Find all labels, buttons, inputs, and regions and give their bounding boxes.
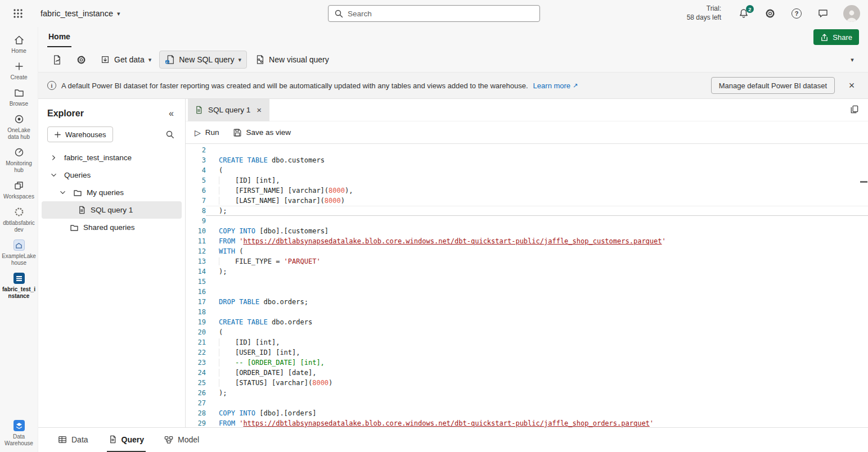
warehouse-settings-button[interactable] [70, 51, 92, 69]
code-line[interactable]: 18 [186, 307, 868, 317]
ribbon-tab-home[interactable]: Home [47, 27, 71, 47]
add-warehouses-button[interactable]: Warehouses [47, 126, 113, 142]
query-tab-sql-query-1[interactable]: SQL query 1 × [188, 99, 269, 121]
code-line[interactable]: 8); [186, 206, 868, 216]
line-content: [LAST_NAME] [varchar](8000) [206, 196, 868, 206]
code-line[interactable]: 21 [ID] [int], [186, 337, 868, 347]
share-button[interactable]: Share [813, 29, 859, 45]
global-search[interactable] [328, 5, 540, 22]
code-line[interactable]: 26); [186, 388, 868, 398]
rail-item-data-warehouse[interactable]: Data Warehouse [1, 419, 37, 448]
collapse-panel-icon[interactable]: « [165, 107, 177, 120]
code-line[interactable]: 5 [ID] [int], [186, 175, 868, 186]
settings-button[interactable] [764, 7, 776, 20]
explorer-search-button[interactable] [163, 127, 177, 142]
line-number: 8 [186, 206, 206, 216]
tab-data[interactable]: Data [56, 428, 90, 452]
code-line[interactable]: 3CREATE TABLE dbo.customers [186, 155, 868, 165]
tab-query[interactable]: Query [107, 428, 146, 452]
search-input[interactable] [348, 10, 534, 18]
line-number: 13 [186, 256, 206, 266]
run-button[interactable]: ▷ Run [195, 128, 219, 137]
code-line[interactable]: 19CREATE TABLE dbo.orders [186, 317, 868, 327]
get-data-button[interactable]: Get data ▾ [95, 51, 157, 69]
save-as-view-button[interactable]: Save as view [233, 128, 291, 137]
learn-more-link[interactable]: Learn more ↗ [533, 82, 578, 90]
line-number: 25 [186, 378, 206, 388]
copy-icon[interactable] [849, 105, 859, 114]
code-line[interactable]: 2 [186, 145, 868, 155]
line-number: 21 [186, 337, 206, 347]
tree-item-sql-query-1[interactable]: SQL query 1 [42, 201, 182, 219]
code-line[interactable]: 28COPY INTO [dbo].[orders] [186, 408, 868, 418]
collapse-ribbon-button[interactable]: ▾ [844, 52, 860, 67]
tree-item-shared-queries[interactable]: Shared queries [38, 219, 185, 236]
code-line[interactable]: 16 [186, 287, 868, 297]
code-line[interactable]: 13 FILE_TYPE = 'PARQUET' [186, 256, 868, 266]
tab-model[interactable]: Model [163, 428, 201, 452]
chevron-right-icon [50, 155, 57, 161]
code-line[interactable]: 4( [186, 165, 868, 175]
rail-item-workspaces[interactable]: Workspaces [1, 179, 37, 201]
code-line[interactable]: 15 [186, 277, 868, 287]
line-content: [ORDER_DATE] [date], [206, 368, 868, 378]
rail-item-dbtlabsfabricdev[interactable]: dbtlabsfabricdev [1, 206, 37, 234]
line-number: 26 [186, 388, 206, 398]
banner-text: A default Power BI dataset for faster re… [61, 82, 528, 90]
account-avatar[interactable] [843, 5, 860, 22]
tree-item-my-queries[interactable]: My queries [38, 184, 185, 201]
notifications-button[interactable]: 2 [737, 7, 750, 20]
folder-icon [14, 87, 25, 98]
close-icon[interactable]: × [255, 105, 263, 115]
code-line[interactable]: 10COPY INTO [dbo].[customers] [186, 226, 868, 236]
line-number: 2 [186, 145, 206, 155]
code-line[interactable]: 9 [186, 216, 868, 226]
code-line[interactable]: 24 [ORDER_DATE] [date], [186, 368, 868, 378]
code-line[interactable]: 20( [186, 327, 868, 337]
line-number: 18 [186, 307, 206, 317]
tree-item-warehouse[interactable]: fabric_test_instance [38, 149, 185, 166]
code-line[interactable]: 27 [186, 398, 868, 408]
manage-dataset-button[interactable]: Manage default Power BI dataset [711, 77, 835, 94]
line-content: -- [ORDER_DATE] [int], [206, 358, 868, 368]
explorer-tree: fabric_test_instance Queries My queries … [38, 149, 185, 236]
code-line[interactable]: 22 [USER_ID] [int], [186, 347, 868, 358]
rail-item-examplelakehouse[interactable]: ExampleLakehouse [1, 239, 37, 267]
rail-item-create[interactable]: Create [1, 60, 37, 82]
code-line[interactable]: 25 [STATUS] [varchar](8000) [186, 378, 868, 388]
topbar-actions: Trial: 58 days left 2 ? [687, 0, 860, 27]
feedback-icon [817, 8, 829, 19]
rail-item-home[interactable]: Home [1, 34, 37, 55]
feedback-button[interactable] [817, 7, 829, 20]
sql-query-icon [165, 55, 175, 65]
workspaces-icon [14, 180, 25, 191]
rail-item-browse[interactable]: Browse [1, 87, 37, 108]
rail-item-monitoring-hub[interactable]: Monitoring hub [1, 146, 37, 174]
code-line[interactable]: 6 [FIRST_NAME] [varchar](8000), [186, 186, 868, 196]
workspace-selector[interactable]: fabric_test_instance ▾ [41, 0, 120, 27]
rail-item-fabric-test-instance[interactable]: fabric_test_instance [1, 272, 37, 300]
code-line[interactable]: 12WITH ( [186, 246, 868, 256]
new-visual-query-button[interactable]: New visual query [249, 51, 335, 69]
code-line[interactable]: 11FROM 'https://dbtlabsynapsedatalake.bl… [186, 236, 868, 246]
sql-code-editor[interactable]: 23CREATE TABLE dbo.customers4(5 [ID] [in… [186, 144, 868, 427]
app-launcher-icon[interactable] [11, 7, 25, 20]
new-sql-query-button[interactable]: New SQL query ▾ [159, 51, 247, 69]
banner-close-button[interactable]: × [844, 78, 859, 93]
line-number: 10 [186, 226, 206, 236]
code-line[interactable]: 23 -- [ORDER_DATE] [int], [186, 358, 868, 368]
rail-item-onelake-data-hub[interactable]: OneLake data hub [1, 113, 37, 141]
play-icon: ▷ [195, 129, 201, 137]
new-report-button[interactable] [46, 51, 68, 69]
help-button[interactable]: ? [790, 7, 803, 20]
code-line[interactable]: 7 [LAST_NAME] [varchar](8000) [186, 196, 868, 206]
code-line[interactable]: 14); [186, 266, 868, 277]
overview-ruler-cursor [860, 181, 867, 183]
code-line[interactable]: 29FROM 'https://dbtlabsynapsedatalake.bl… [186, 418, 868, 427]
chevron-down-icon [50, 172, 57, 178]
code-line[interactable]: 17DROP TABLE dbo.orders; [186, 297, 868, 307]
dataset-info-banner: i A default Power BI dataset for faster … [38, 72, 868, 99]
line-number: 24 [186, 368, 206, 378]
line-content: FILE_TYPE = 'PARQUET' [206, 256, 868, 266]
tree-item-queries[interactable]: Queries [38, 166, 185, 184]
